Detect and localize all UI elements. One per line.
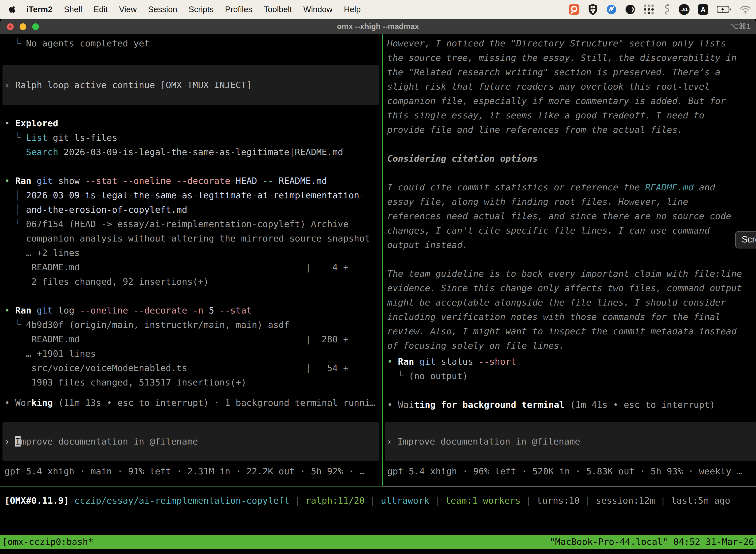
reasoning-line: the source tree, missing the essay. Stil… (383, 51, 756, 65)
menu-item-view[interactable]: View (119, 5, 137, 14)
tmux-status-bar: [omx-cczip0:bash* "MacBook-Pro-44.local"… (0, 535, 756, 549)
menu-item-iterm2[interactable]: iTerm2 (26, 5, 53, 14)
terminal-line: • Ran git status --short (383, 354, 756, 369)
blank-line (383, 166, 756, 180)
blank-line (0, 159, 382, 174)
spacer (383, 34, 756, 36)
reasoning-line: evidence. Since this change only affects… (383, 281, 756, 295)
spacer (0, 105, 382, 116)
chat-icon[interactable] (569, 4, 579, 15)
terminal-line: • Ran git show --stat --oneline --decora… (0, 174, 382, 188)
kaleidoscope-icon[interactable] (625, 4, 635, 15)
terminal-line: 2 files changed, 92 insertions(+) (0, 275, 382, 289)
blank-line (383, 383, 756, 398)
reasoning-line: output instead. (383, 238, 756, 252)
reasoning-line: essay file, along with finding root file… (383, 195, 756, 209)
reasoning-line: of focusing solely on file lines. (383, 339, 756, 353)
wifi-icon[interactable] (740, 5, 751, 14)
pane-border-bottom-left (0, 486, 382, 487)
reasoning-line: slight risk that future readers may over… (383, 79, 756, 94)
menu-item-scripts[interactable]: Scripts (189, 5, 213, 14)
terminal-line: • Ran git log --oneline --decorate -n 5 … (0, 303, 382, 318)
menu-item-toolbelt[interactable]: Toolbelt (264, 5, 292, 14)
tmux-pane-left[interactable]: └ No agents completed yet › Ralph loop a… (0, 34, 382, 486)
chat-icon-tail (571, 12, 574, 14)
terminal-area: └ No agents completed yet › Ralph loop a… (0, 34, 756, 554)
menu-item-edit[interactable]: Edit (93, 5, 108, 14)
terminal-line: └ 067f154 (HEAD -> essay/ai-reimplementa… (0, 217, 382, 231)
terminal-line: └ 4b9d30f (origin/main, instructkr/main,… (0, 318, 382, 332)
reasoning-line: companion file, especially if more comme… (383, 94, 756, 108)
terminal-line: … +2 lines (0, 246, 382, 260)
terminal-line: └ List git ls-files (0, 130, 382, 145)
menu-item-shell[interactable]: Shell (64, 5, 82, 14)
terminal-line: 1903 files changed, 513517 insertions(+) (0, 375, 382, 390)
reasoning-line: this single essay, it seems like a good … (383, 108, 756, 123)
window-titlebar[interactable]: omx --xhigh --madmax ⌥⌘1 (0, 19, 756, 34)
reasoning-line: provide file and line references from th… (383, 123, 756, 137)
reasoning-line: I could cite commit statistics or refere… (383, 180, 756, 195)
chat-icon-inner (571, 6, 577, 12)
reasoning-line: However, I noticed the "Directory Struct… (383, 36, 756, 51)
tmux-session-label[interactable]: [omx-cczip0:bash* (0, 535, 95, 549)
reasoning-heading: Considering citation options (383, 151, 756, 166)
terminal-line: • Explored (0, 116, 382, 130)
blank-line (383, 137, 756, 151)
reasoning-line: the "Related research writing" section i… (383, 65, 756, 79)
waiting-status-line: • Waiting for background terminal (1m 41… (383, 398, 756, 412)
blank-line (0, 289, 382, 303)
spacer (0, 390, 382, 396)
terminal-line: └ (no output) (383, 369, 756, 383)
spacer (0, 34, 382, 36)
reasoning-line: including verification notes with those … (383, 310, 756, 324)
verified-badge-icon[interactable] (606, 4, 617, 15)
timer-badge-icon[interactable]: ..61 (679, 4, 690, 15)
reasoning-line: review. Also, I might want to inspect th… (383, 324, 756, 339)
keyboard-a-icon[interactable]: A (698, 4, 708, 15)
prompt-text: › Improve documentation in @filename (385, 434, 580, 449)
terminal-line: Search 2026-03-09-is-legal-the-same-as-l… (0, 145, 382, 159)
session-status-left: gpt-5.4 xhigh · main · 91% left · 2.31M … (0, 464, 382, 479)
menu-item-window[interactable]: Window (303, 5, 332, 14)
menu-status-icons: ..61 A (569, 4, 751, 15)
reasoning-line: references need actual files, and since … (383, 209, 756, 223)
window-shortcut-badge: ⌥⌘1 (730, 19, 751, 34)
reasoning-line: changes, I can't cite specific file line… (383, 223, 756, 238)
terminal-line: README.md | 4 + (0, 260, 382, 275)
terminal-line: README.md | 280 + (0, 332, 382, 346)
battery-icon[interactable] (717, 6, 731, 13)
menu-item-help[interactable]: Help (344, 5, 361, 14)
apple-icon[interactable] (8, 4, 17, 14)
reasoning-line: The team guideline is to back every impo… (383, 267, 756, 281)
blank-line (0, 51, 382, 65)
prompt-input-right[interactable]: › Improve documentation in @filename (385, 422, 756, 461)
terminal-line: … +1901 lines (0, 346, 382, 361)
tmux-pane-right[interactable]: However, I noticed the "Directory Struct… (383, 34, 756, 486)
menu-bar: iTerm2 Shell Edit View Session Scripts P… (0, 0, 756, 19)
squiggle-icon[interactable] (663, 4, 670, 15)
menu-item-profiles[interactable]: Profiles (225, 5, 252, 14)
prompt-input-left[interactable]: › Improve documentation in @filename (2, 422, 379, 461)
reasoning-line: might be acceptable alongside the file l… (383, 295, 756, 310)
edge-tooltip: Scre (735, 231, 756, 248)
dots-grid-icon[interactable] (644, 4, 654, 15)
terminal-line: │ and-the-erosion-of-copyleft.md (0, 203, 382, 217)
iterm-window: omx --xhigh --madmax ⌥⌘1 └ No agents com… (0, 19, 756, 554)
window-title: omx --xhigh --madmax (0, 19, 756, 34)
pane-border-bottom-right (383, 486, 756, 487)
terminal-line: src/voice/voiceModeEnabled.ts | 54 + (0, 361, 382, 375)
shield-icon[interactable] (588, 4, 598, 15)
terminal-line: › Ralph loop active continue [OMX_TMUX_I… (2, 78, 252, 92)
omx-status-line: [OMX#0.11.9] cczip/essay/ai-reimplementa… (0, 493, 756, 508)
session-status-right: gpt-5.4 xhigh · 96% left · 520K in · 5.8… (383, 464, 756, 479)
tmux-host-clock: "MacBook-Pro-44.local" 04:52 31-Mar-26 (548, 535, 756, 549)
prompt-text: › Improve documentation in @filename (2, 434, 198, 449)
blank-line (383, 252, 756, 267)
screen: { "chrome": { "menubar": { "items": ["iT… (0, 0, 756, 554)
terminal-line: └ No agents completed yet (0, 36, 382, 51)
menu-item-session[interactable]: Session (148, 5, 177, 14)
ralph-loop-banner: › Ralph loop active continue [OMX_TMUX_I… (2, 65, 379, 105)
terminal-line: │ 2026-03-09-is-legal-the-same-as-legiti… (0, 188, 382, 203)
working-status-line: • Working (11m 13s • esc to interrupt) ·… (0, 396, 382, 410)
terminal-line: companion analysis without altering the … (0, 231, 382, 246)
